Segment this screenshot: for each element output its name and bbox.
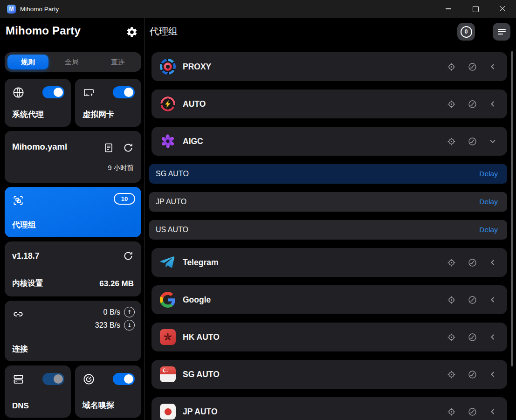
maximize-button[interactable] — [462, 0, 489, 18]
group-row-telegram[interactable]: Telegram — [151, 248, 507, 277]
proxy-item-us-auto[interactable]: US AUTO Delay — [149, 220, 507, 240]
locate-icon[interactable] — [447, 258, 456, 268]
speed-test-icon[interactable] — [468, 62, 477, 72]
profile-card[interactable]: Mihomo.yaml 9 小时前 — [5, 131, 141, 183]
chevron-left-icon[interactable] — [488, 296, 497, 304]
group-name: Telegram — [183, 258, 219, 268]
speed-test-icon[interactable] — [468, 370, 477, 379]
chevron-left-icon[interactable] — [488, 333, 497, 341]
locate-icon[interactable] — [447, 295, 456, 305]
download-speed: 323 B/s — [95, 321, 120, 330]
lines-icon — [498, 29, 506, 35]
sniff-toggle[interactable] — [113, 373, 135, 385]
scrollbar-thumb[interactable] — [511, 51, 513, 366]
layout-lines-button[interactable] — [493, 23, 510, 41]
group-row-aigc[interactable]: AIGC — [151, 127, 507, 156]
system-proxy-label: 系统代理 — [12, 109, 44, 120]
proxy-item-name: US AUTO — [156, 226, 188, 234]
locate-icon[interactable] — [447, 62, 456, 72]
tun-toggle[interactable] — [113, 86, 135, 98]
group-row-auto[interactable]: AUTO — [151, 90, 507, 118]
group-name: HK AUTO — [183, 332, 220, 342]
sidebar-title: Mihomo Party — [6, 24, 81, 37]
group-name: AIGC — [183, 137, 203, 146]
system-proxy-card[interactable]: 系统代理 — [5, 79, 71, 127]
system-proxy-toggle[interactable] — [42, 86, 64, 98]
group-row-hk-auto[interactable]: HK AUTO — [151, 323, 507, 351]
locate-icon[interactable] — [447, 99, 456, 109]
download-arrow-icon: ↓ — [124, 320, 135, 330]
server-icon — [12, 373, 25, 386]
google-icon — [160, 292, 176, 308]
speed-test-icon[interactable] — [468, 332, 477, 342]
tun-card[interactable]: 虚拟网卡 — [75, 79, 141, 127]
dns-card[interactable]: DNS — [5, 365, 71, 418]
delay-button[interactable]: Delay — [479, 226, 498, 234]
sidebar: Mihomo Party 规则 全局 直连 系统代理 虚拟网卡 — [0, 18, 145, 420]
group-name: JP AUTO — [183, 407, 218, 417]
chevron-down-icon[interactable] — [488, 137, 497, 145]
close-button[interactable] — [489, 0, 516, 18]
close-icon — [499, 6, 506, 12]
proxy-group-icon — [12, 194, 24, 207]
locate-icon[interactable] — [447, 407, 456, 417]
chevron-left-icon[interactable] — [488, 62, 497, 71]
dns-toggle[interactable] — [42, 373, 64, 385]
file-text-icon[interactable] — [103, 142, 114, 153]
speed-test-icon[interactable] — [468, 99, 477, 109]
connections-card[interactable]: 0 B/s ↑ 323 B/s ↓ 连接 — [5, 301, 141, 361]
sg-flag-icon — [160, 366, 176, 382]
chevron-left-icon[interactable] — [488, 258, 497, 267]
locate-icon[interactable] — [447, 332, 456, 342]
group-name: Google — [183, 295, 211, 305]
speed-test-icon[interactable] — [468, 295, 477, 305]
proxy-item-name: JP AUTO — [156, 198, 186, 206]
sniff-label: 域名嗅探 — [83, 400, 114, 411]
group-row-google[interactable]: Google — [151, 285, 507, 314]
tun-label: 虚拟网卡 — [83, 109, 114, 120]
sidebar-item-proxy-groups[interactable]: 10 代理组 — [5, 187, 141, 237]
proxy-groups-count-badge: 10 — [114, 193, 135, 205]
minimize-icon — [446, 8, 451, 9]
refresh-icon[interactable] — [123, 250, 134, 262]
sniff-card[interactable]: 域名嗅探 — [75, 365, 141, 418]
window-title: Mihomo Party — [20, 6, 59, 13]
group-row-sg-auto[interactable]: SG AUTO — [151, 360, 507, 389]
speed-test-icon[interactable] — [468, 407, 477, 417]
minimize-button[interactable] — [435, 0, 462, 18]
gear-icon[interactable] — [126, 26, 138, 38]
core-memory: 63.26 MB — [99, 279, 134, 289]
locate-icon[interactable] — [447, 137, 456, 146]
chevron-left-icon[interactable] — [488, 370, 497, 379]
chevron-left-icon[interactable] — [488, 407, 497, 416]
tab-global[interactable]: 全局 — [48, 52, 95, 72]
core-card[interactable]: v1.18.7 内核设置 63.26 MB — [5, 241, 141, 296]
core-version: v1.18.7 — [12, 251, 39, 261]
chevron-left-icon[interactable] — [488, 100, 497, 108]
group-row-proxy[interactable]: PROXY — [151, 52, 507, 81]
proxy-item-sg-auto[interactable]: SG AUTO Delay — [149, 164, 507, 184]
upload-arrow-icon: ↑ — [124, 307, 135, 317]
delay-button[interactable]: Delay — [479, 170, 498, 178]
speed-test-icon[interactable] — [468, 258, 477, 268]
delay-button[interactable]: Delay — [479, 198, 498, 206]
bolt-ring-icon — [160, 96, 176, 112]
app-logo-icon: M — [7, 5, 16, 14]
mode-tab-bar: 规则 全局 直连 — [5, 52, 141, 72]
refresh-icon[interactable] — [123, 142, 134, 153]
core-settings-label: 内核设置 — [12, 278, 43, 289]
radar-icon — [83, 373, 95, 386]
tab-direct[interactable]: 直连 — [95, 52, 142, 72]
upload-speed: 0 B/s — [103, 308, 120, 317]
group-name: SG AUTO — [183, 370, 220, 379]
tab-rule[interactable]: 规则 — [7, 55, 48, 69]
zero-circle-button[interactable]: 0 — [457, 23, 475, 41]
link-icon — [12, 308, 24, 320]
speed-test-icon[interactable] — [468, 137, 477, 146]
proxy-target-icon — [160, 59, 176, 75]
proxy-item-jp-auto[interactable]: JP AUTO Delay — [149, 192, 507, 212]
openai-icon — [160, 133, 176, 149]
locate-icon[interactable] — [447, 370, 456, 379]
hk-flag-icon — [160, 329, 176, 345]
group-row-jp-auto[interactable]: JP AUTO — [151, 397, 507, 420]
